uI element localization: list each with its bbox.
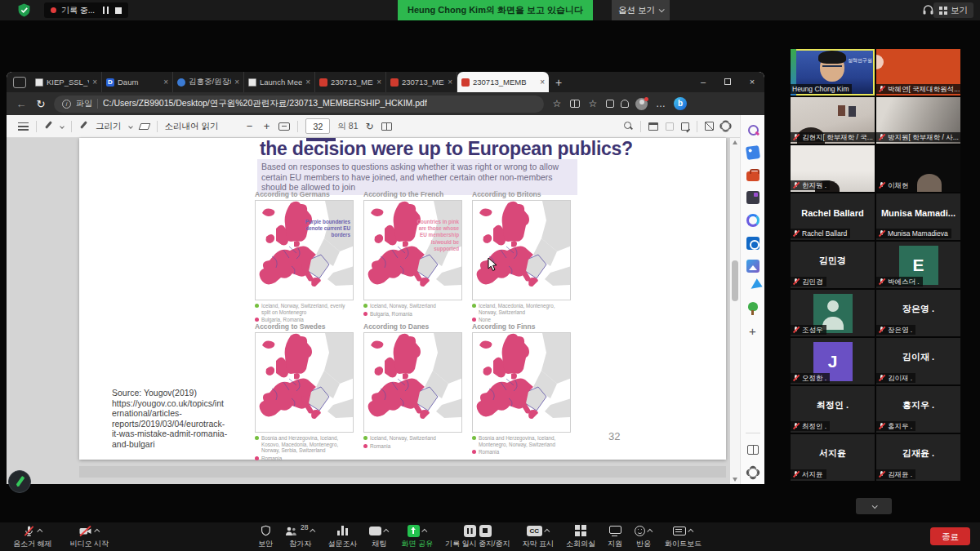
minimize-button[interactable]: – — [691, 72, 715, 92]
reactions-button[interactable]: 반응 — [630, 522, 657, 551]
participant-tile[interactable]: 김현지[ 학부재학 / 국... — [791, 97, 875, 144]
back-icon[interactable]: ← — [15, 98, 28, 110]
end-meeting-button[interactable]: 종료 — [930, 527, 970, 545]
unmute-button[interactable]: 음소거 해제 — [8, 522, 57, 551]
participant-tile[interactable]: 조성우 — [791, 290, 875, 336]
scrollbar-thumb[interactable] — [732, 260, 738, 301]
participant-tile[interactable]: 방지원[ 학부재학 / 사... — [876, 97, 960, 144]
pdf-scrollbar[interactable] — [730, 138, 740, 484]
outlook-icon[interactable] — [746, 237, 760, 250]
security-button[interactable]: 보안 — [253, 522, 278, 551]
sidebar-toggle-icon[interactable] — [747, 445, 759, 455]
participant-tile[interactable]: 박혜연[ 국제대학원석... — [876, 49, 960, 96]
read-aloud-button[interactable]: 소리내어 읽기 — [165, 121, 219, 132]
tab-close-icon[interactable]: × — [234, 78, 239, 87]
favorite-star-icon[interactable]: ☆ — [550, 98, 564, 109]
whiteboard-button[interactable]: 화이트보드 — [660, 522, 706, 551]
pause-stop-recording-button[interactable]: 기록 일시 중지/중지 — [440, 522, 515, 551]
participant-tile[interactable]: J 오정한 . — [791, 338, 875, 384]
chevron-up-icon[interactable] — [647, 528, 653, 534]
page-info-icon[interactable]: i — [62, 100, 71, 109]
chat-button[interactable]: 채팅 — [364, 522, 394, 551]
browser-tab-active[interactable]: 230713_MEMB × — [457, 72, 549, 92]
share-screen-button[interactable]: 화면 공유 — [396, 522, 438, 551]
tab-close-icon[interactable]: × — [92, 78, 97, 87]
browser-tab[interactable]: D Daum × — [102, 72, 173, 92]
pause-recording-icon[interactable] — [103, 7, 109, 14]
tab-close-icon[interactable]: × — [305, 78, 310, 87]
participant-tile[interactable]: 김이재 . 김이재 . — [876, 338, 960, 384]
participant-tile[interactable]: 최정인 . 최정인 . — [791, 386, 875, 433]
extensions-icon[interactable] — [606, 100, 614, 108]
participant-tile[interactable]: 한지원 . — [791, 145, 875, 192]
search-document-icon[interactable] — [624, 122, 633, 131]
participant-tile[interactable]: Munisa Mamadi... Munisa Mamadieva — [876, 193, 960, 240]
sidebar-search-icon[interactable] — [746, 123, 760, 136]
rotate-icon[interactable]: ↻ — [366, 121, 374, 132]
zoom-out-icon[interactable]: − — [244, 120, 254, 132]
eraser-icon[interactable] — [138, 123, 150, 130]
highlighter-icon[interactable] — [44, 122, 53, 131]
tab-close-icon[interactable]: × — [376, 78, 381, 87]
scroll-down-icon[interactable] — [733, 478, 737, 482]
pdf-settings-gear-icon[interactable] — [721, 122, 730, 131]
draw-pen-icon[interactable] — [79, 122, 88, 131]
settings-overflow-icon[interactable]: … — [654, 98, 667, 109]
chevron-up-icon[interactable] — [95, 528, 100, 534]
start-video-button[interactable]: 비디오 시작 — [65, 522, 114, 551]
drop-icon[interactable] — [743, 278, 762, 295]
participant-tile[interactable]: 장은영 . 장은영 . — [876, 290, 960, 336]
chevron-down-icon[interactable] — [60, 124, 65, 129]
save-icon[interactable] — [666, 122, 674, 131]
polls-button[interactable]: 설문조사 — [323, 522, 362, 551]
tab-close-icon[interactable]: × — [163, 78, 168, 87]
games-icon[interactable] — [746, 191, 760, 204]
tools-icon[interactable] — [746, 171, 760, 181]
chevron-up-icon[interactable] — [544, 528, 550, 534]
chevron-up-icon[interactable] — [421, 528, 427, 534]
browser-tab[interactable]: 김홍중/원장/... × — [173, 72, 244, 92]
shopping-icon[interactable] — [745, 145, 760, 160]
browser-tab[interactable]: KIEP_SSL_VP × — [31, 72, 102, 92]
tab-close-icon[interactable]: × — [540, 78, 545, 87]
fullscreen-icon[interactable] — [705, 122, 714, 131]
sidebar-settings-gear-icon[interactable] — [748, 468, 758, 478]
microsoft-365-icon[interactable] — [746, 214, 760, 227]
participant-tile[interactable]: 홍지우 . 홍지우 . — [876, 386, 960, 433]
url-field[interactable]: i 파일 C:/Users/ZB99015/Desktop/연구원%20관련자료… — [54, 96, 544, 113]
support-button[interactable]: 지원 — [603, 522, 627, 551]
participant-tile[interactable]: 서지윤 서지윤 — [791, 434, 875, 481]
browser-tab[interactable]: Launch Meetin × — [244, 72, 315, 92]
participant-tile[interactable]: 이채현 — [876, 145, 960, 192]
captions-button[interactable]: CC 자막 표시 — [518, 522, 559, 551]
participant-tile[interactable]: Rachel Ballard Rachel Ballard — [791, 193, 875, 240]
participant-tile[interactable]: 김민경 김민경 — [791, 242, 875, 288]
pause-recording-icon[interactable] — [464, 525, 476, 537]
table-of-contents-icon[interactable] — [18, 122, 29, 131]
chevron-up-icon[interactable] — [37, 528, 42, 534]
designer-icon[interactable] — [746, 260, 760, 273]
print-icon[interactable] — [648, 122, 658, 131]
gallery-view-button[interactable]: 보기 — [933, 2, 973, 18]
page-layout-icon[interactable] — [381, 122, 392, 131]
chevron-up-icon[interactable] — [688, 528, 693, 534]
chevron-up-icon[interactable] — [384, 528, 390, 534]
collections-star-icon[interactable]: ☆ — [586, 98, 599, 109]
profile-avatar[interactable] — [635, 98, 648, 110]
stop-recording-icon[interactable] — [115, 7, 122, 14]
bing-copilot-icon[interactable]: b — [674, 97, 687, 110]
close-window-button[interactable]: × — [740, 72, 764, 92]
new-tab-button[interactable]: + — [549, 76, 568, 89]
draw-label[interactable]: 그리기 — [96, 121, 122, 132]
annotate-pencil-button[interactable] — [8, 470, 31, 493]
stop-recording-icon[interactable] — [479, 525, 492, 537]
breakout-rooms-button[interactable]: 소회의실 — [561, 522, 600, 551]
tab-workspaces-icon[interactable] — [13, 77, 26, 88]
save-as-icon[interactable] — [681, 122, 689, 131]
split-screen-icon[interactable] — [570, 100, 580, 108]
tree-icon[interactable] — [746, 302, 760, 315]
participants-button[interactable]: 28 참가자 — [280, 522, 320, 551]
maximize-button[interactable] — [715, 72, 740, 92]
view-options-button[interactable]: 옵션 보기 — [612, 0, 670, 20]
browser-essentials-icon[interactable] — [621, 100, 629, 108]
